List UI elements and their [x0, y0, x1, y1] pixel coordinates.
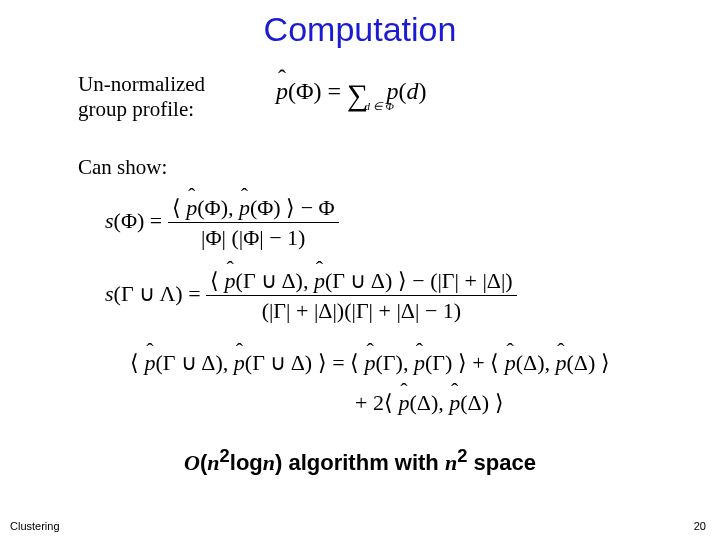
n2: n — [263, 450, 275, 475]
n1: n — [207, 450, 219, 475]
sum-subscript: d ∈ Φ — [364, 101, 393, 112]
label-unnormalized-l2: group profile: — [78, 97, 194, 121]
footer-left: Clustering — [10, 520, 60, 532]
space-suffix: space — [467, 450, 536, 475]
sq2: 2 — [457, 445, 467, 466]
label-unnormalized-l1: Un-normalized — [78, 72, 205, 96]
label-canshow: Can show: — [78, 155, 167, 180]
sq1: 2 — [220, 445, 230, 466]
slide: Computation Un-normalized group profile:… — [0, 0, 720, 540]
complexity-line: O(n2logn) algorithm with n2 space — [0, 445, 720, 476]
page-number: 20 — [694, 520, 706, 532]
n3: n — [445, 450, 457, 475]
log: log — [230, 450, 263, 475]
eq-s-gamma-lambda: s(Γ ∪ Λ) = ⟨ p(Γ ∪ Δ), p(Γ ∪ Δ) ⟩ − (|Γ|… — [105, 268, 517, 324]
eq-expand-line2: + 2⟨ p(Δ), p(Δ) ⟩ — [355, 390, 504, 416]
eq-s-phi: s(Φ) = ⟨ p(Φ), p(Φ) ⟩ − Φ |Φ| (|Φ| − 1) — [105, 195, 339, 251]
slide-title: Computation — [0, 10, 720, 49]
eq-expand-line1: ⟨ p(Γ ∪ Δ), p(Γ ∪ Δ) ⟩ = ⟨ p(Γ), p(Γ) ⟩ … — [130, 350, 610, 376]
mid-text: algorithm with — [282, 450, 445, 475]
label-unnormalized: Un-normalized group profile: — [78, 72, 205, 122]
big-o: O — [184, 450, 200, 475]
eq-profile: p(Φ) = ∑d ∈ Φ p(d) — [276, 78, 426, 110]
